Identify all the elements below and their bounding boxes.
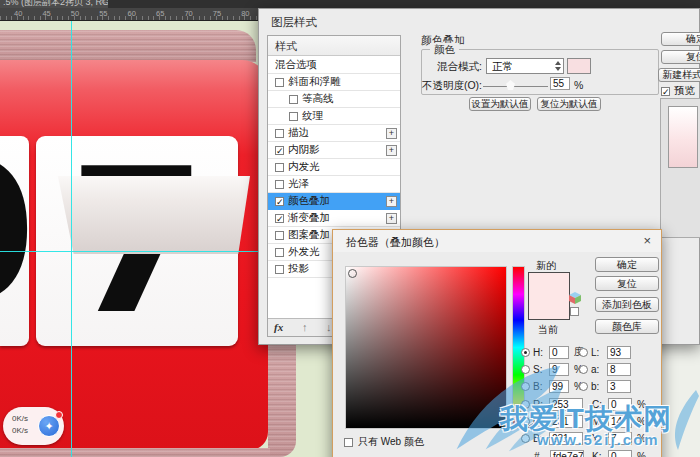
- cp-ok-button[interactable]: 确定: [595, 257, 659, 272]
- style-item[interactable]: 斜面和浮雕: [268, 74, 400, 91]
- web-safe-cube-icon[interactable]: [569, 292, 581, 304]
- color-field-radio[interactable]: [521, 365, 530, 374]
- style-item-label: 等高线: [302, 92, 334, 106]
- color-field-input[interactable]: 0: [608, 450, 632, 457]
- style-checkbox[interactable]: [289, 95, 298, 104]
- color-field-radio[interactable]: [579, 365, 588, 374]
- color-field-input[interactable]: 231: [549, 432, 583, 445]
- web-only-checkbox[interactable]: [344, 438, 353, 447]
- style-item[interactable]: ✓颜色叠加+: [268, 193, 400, 210]
- upload-speed-text: 0K/s: [12, 414, 28, 423]
- color-field-input[interactable]: 0: [549, 346, 569, 359]
- style-checkbox[interactable]: [275, 163, 284, 172]
- style-checkbox[interactable]: [275, 265, 284, 274]
- new-style-button[interactable]: 新建样式(W)...: [658, 68, 700, 82]
- color-field-unit: %: [637, 451, 646, 457]
- style-checkbox[interactable]: ✓: [275, 197, 284, 206]
- network-speed-overlay[interactable]: 0K/s 0K/s ✦: [3, 407, 64, 445]
- style-checkbox[interactable]: [275, 180, 284, 189]
- color-libraries-button[interactable]: 颜色库: [595, 319, 659, 334]
- color-field-radio[interactable]: [521, 417, 530, 426]
- color-field-radio[interactable]: [579, 382, 588, 391]
- move-down-icon[interactable]: ↓: [326, 321, 332, 333]
- style-item[interactable]: 描边+: [268, 125, 400, 142]
- style-item[interactable]: ✓渐变叠加+: [268, 210, 400, 227]
- cp-reset-button[interactable]: 复位: [595, 276, 659, 291]
- expand-button[interactable]: +: [386, 145, 397, 156]
- opacity-input[interactable]: 55: [550, 77, 570, 90]
- color-field-input[interactable]: 0: [608, 398, 632, 411]
- style-item[interactable]: 等高线: [268, 91, 400, 108]
- style-item[interactable]: ✓内阴影+: [268, 142, 400, 159]
- color-field-marker[interactable]: [348, 269, 357, 278]
- reset-default-button[interactable]: 复位为默认值: [537, 97, 601, 111]
- current-color-label: 当前: [538, 323, 558, 337]
- style-item[interactable]: 混合选项: [268, 57, 400, 74]
- color-field-input[interactable]: 8: [607, 363, 631, 376]
- add-to-swatches-button[interactable]: 添加到色板: [595, 297, 659, 312]
- ok-button[interactable]: 确定: [661, 32, 700, 46]
- color-picker-titlebar[interactable]: 拾色器（叠加颜色） ×: [333, 230, 661, 252]
- color-field-input[interactable]: 93: [607, 346, 631, 359]
- color-field-input[interactable]: 3: [607, 380, 631, 393]
- current-color-swatch: [529, 296, 569, 319]
- set-default-button[interactable]: 设置为默认值: [469, 97, 531, 111]
- expand-button[interactable]: +: [386, 196, 397, 207]
- tab-close-icon[interactable]: ×: [100, 0, 106, 7]
- style-item[interactable]: 纹理: [268, 108, 400, 125]
- style-checkbox[interactable]: [275, 248, 284, 257]
- style-item[interactable]: 内发光: [268, 159, 400, 176]
- document-tab-title: .5% (图层副本2拷贝 3, RGB/8): [3, 0, 108, 8]
- ruler-tick-label: 65: [156, 9, 164, 18]
- style-checkbox[interactable]: [289, 112, 298, 121]
- web-safe-swatch[interactable]: [570, 307, 579, 316]
- style-checkbox[interactable]: ✓: [275, 146, 284, 155]
- color-field-input[interactable]: 7: [608, 432, 632, 445]
- expand-button[interactable]: +: [386, 128, 397, 139]
- blend-mode-select[interactable]: 正常: [486, 58, 564, 74]
- style-item-label: 纹理: [302, 109, 323, 123]
- style-checkbox[interactable]: [275, 129, 284, 138]
- fx-menu-button[interactable]: fx: [274, 321, 283, 333]
- close-icon[interactable]: ×: [643, 233, 651, 248]
- style-checkbox[interactable]: [275, 231, 284, 240]
- style-item-label: 混合选项: [275, 58, 317, 72]
- vertical-guide: [71, 14, 72, 457]
- style-checkbox[interactable]: [275, 78, 284, 87]
- preview-row: ✓ 预览: [661, 84, 695, 98]
- opacity-slider-thumb[interactable]: [506, 80, 515, 90]
- move-up-icon[interactable]: ↑: [302, 321, 308, 333]
- color-field-row: L:93: [579, 345, 631, 359]
- color-field-unit: %: [637, 416, 646, 427]
- icon-top-wood-band: [0, 30, 256, 62]
- reset-button[interactable]: 复位: [661, 50, 700, 64]
- color-field-radio[interactable]: [521, 434, 530, 443]
- color-field-input[interactable]: 253: [549, 398, 583, 411]
- style-item[interactable]: 光泽: [268, 176, 400, 193]
- overlay-color-swatch[interactable]: [567, 58, 591, 74]
- expand-button[interactable]: +: [386, 213, 397, 224]
- color-field-label: S:: [533, 364, 546, 375]
- style-checkbox[interactable]: ✓: [275, 214, 284, 223]
- color-field-radio[interactable]: [521, 400, 530, 409]
- web-only-row: 只有 Web 颜色: [344, 435, 424, 449]
- color-field-radio[interactable]: [579, 348, 588, 357]
- color-field-label: G:: [533, 416, 546, 427]
- color-field-label: Y:: [592, 433, 605, 444]
- color-field-input[interactable]: 99: [549, 380, 569, 393]
- ruler-tick-label: 80: [241, 9, 249, 18]
- ruler-tick-label: 75: [213, 9, 221, 18]
- color-field-input[interactable]: 231: [549, 415, 583, 428]
- opacity-slider-track[interactable]: [483, 86, 548, 87]
- color-field-radio[interactable]: [521, 382, 530, 391]
- color-field-input[interactable]: 9: [549, 363, 569, 376]
- document-tab[interactable]: .5% (图层副本2拷贝 3, RGB/8) ×: [0, 0, 108, 8]
- preview-checkbox[interactable]: ✓: [661, 87, 670, 96]
- hue-slider-arrow-left[interactable]: [504, 423, 510, 431]
- style-item-label: 渐变叠加: [288, 211, 330, 225]
- saturation-brightness-field[interactable]: [345, 266, 507, 429]
- style-item-label: 颜色叠加: [288, 194, 330, 208]
- color-field-input[interactable]: 14: [608, 415, 632, 428]
- new-color-swatch: [529, 273, 569, 296]
- color-field-radio[interactable]: [521, 348, 530, 357]
